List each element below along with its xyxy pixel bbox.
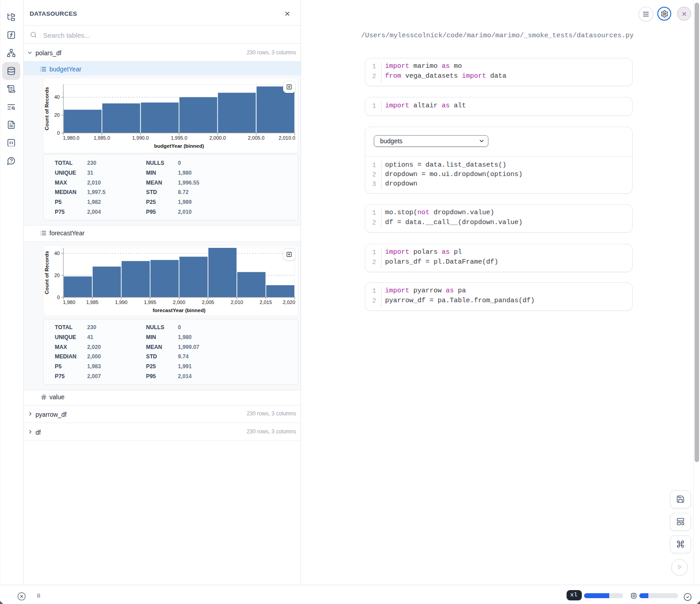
svg-text:2,000: 2,000	[173, 300, 186, 305]
svg-text:1,995: 1,995	[144, 300, 156, 305]
svg-text:20: 20	[54, 273, 60, 278]
svg-text:2,020: 2,020	[283, 300, 295, 305]
svg-text:forecastYear (binned): forecastYear (binned)	[153, 308, 206, 313]
svg-text:1,985.0: 1,985.0	[93, 135, 110, 141]
svg-text:2,010.0: 2,010.0	[279, 135, 295, 141]
svg-text:1,990.0: 1,990.0	[132, 135, 149, 141]
svg-text:40: 40	[54, 94, 60, 100]
svg-text:1,980: 1,980	[63, 300, 75, 305]
svg-text:40: 40	[54, 251, 60, 256]
svg-text:2,010: 2,010	[230, 300, 243, 305]
svg-text:1,990: 1,990	[115, 300, 128, 305]
svg-text:1,995.0: 1,995.0	[171, 135, 187, 141]
svg-text:0: 0	[57, 295, 60, 300]
svg-text:1,980.0: 1,980.0	[63, 135, 80, 141]
svg-text:1,985: 1,985	[86, 300, 99, 305]
svg-text:2,000.0: 2,000.0	[209, 135, 226, 141]
svg-text:Count of Records: Count of Records	[44, 251, 49, 294]
svg-text:0: 0	[57, 130, 60, 136]
svg-text:20: 20	[54, 112, 60, 118]
svg-text:budgetYear (binned): budgetYear (binned)	[154, 143, 204, 149]
svg-text:2,005: 2,005	[202, 300, 214, 305]
svg-text:2,015: 2,015	[260, 300, 272, 305]
svg-text:2,005.0: 2,005.0	[248, 135, 265, 141]
svg-text:Count of Records: Count of Records	[44, 87, 49, 130]
